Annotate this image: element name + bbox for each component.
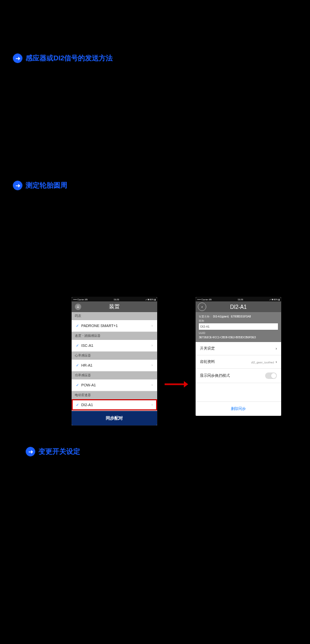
spacer <box>196 383 281 401</box>
status-left: ••••• Carrier 4G <box>73 298 88 301</box>
info-label: 装置名称： <box>199 315 212 318</box>
navbar-title: 装置 <box>109 303 120 311</box>
back-icon[interactable]: ‹ <box>198 302 206 311</box>
info-label: UUID <box>199 331 278 336</box>
device-cell[interactable]: ✓PADRONE SMART+1› <box>72 320 157 332</box>
status-time: 15:26 <box>114 298 119 301</box>
chevron-right-icon: › <box>151 363 153 368</box>
row-label: 显示同步换挡模式 <box>200 373 230 378</box>
navbar-title: DI2-A1 <box>230 304 246 310</box>
device-cell[interactable]: ✓POW-A1› <box>72 379 157 391</box>
device-name: POW-A1 <box>81 383 96 387</box>
phone-device-list: ••••• Carrier 4G 15:26 ⤢ ✱ 81% ▮ ≡ 装置 码表… <box>72 297 157 425</box>
chevron-right-icon: › <box>151 402 153 407</box>
section-header: 电动变速器 <box>72 391 157 399</box>
status-right: ⤢ ✱ 81% ▮ <box>145 298 156 301</box>
status-right: ⤢ ✱ 81% ▮ <box>269 298 280 301</box>
arrow-right-icon: ➜ <box>13 53 22 63</box>
arrow-right-icon <box>165 381 188 388</box>
row-label: 开关设定 <box>200 346 215 351</box>
gear-data-row[interactable]: 齿轮资料di2_gear_toothed› <box>196 355 281 369</box>
chevron-right-icon: › <box>151 343 153 348</box>
pair-button[interactable]: 同步配对 <box>72 411 157 425</box>
sync-shift-row[interactable]: 显示同步换挡模式 <box>196 369 281 383</box>
navbar: ‹ DI2-A1 <box>196 301 281 312</box>
info-serial: E700BDD1F3A8 <box>231 315 251 318</box>
chevron-right-icon: › <box>276 347 277 351</box>
status-time: 15:26 <box>238 298 243 301</box>
toggle-switch[interactable] <box>265 373 277 379</box>
device-info-block: 装置名称： DI2-A1(giant) E700BDD1F3A8 昵称 DI2-… <box>196 312 281 342</box>
row-subvalue: di2_gear_toothed <box>251 361 274 364</box>
device-name: PADRONE SMART+1 <box>81 324 118 328</box>
phone-di2-detail: ••••• Carrier 4G 15:26 ⤢ ✱ 81% ▮ ‹ DI2-A… <box>196 297 281 416</box>
device-name: DI2-A1 <box>81 403 93 407</box>
device-name: ISC-A1 <box>81 344 94 347</box>
chevron-right-icon: › <box>151 383 153 387</box>
nickname-input[interactable]: DI2-A1 <box>199 323 278 330</box>
arrow-right-icon: ➜ <box>26 447 35 456</box>
doc-link-1[interactable]: ➜ 感应器或DI2信号的发送方法 <box>13 53 297 63</box>
status-bar: ••••• Carrier 4G 15:26 ⤢ ✱ 81% ▮ <box>72 297 157 301</box>
info-label: 昵称 <box>199 319 278 323</box>
doc-link-3[interactable]: ➜ 变更开关设定 <box>26 447 297 456</box>
section-header: 速度・踏频感应器 <box>72 332 157 340</box>
info-value: DI2-A1(giant) <box>213 315 229 318</box>
delete-pairing-button[interactable]: 删除同步 <box>196 401 281 416</box>
section-header: 功率感应器 <box>72 371 157 379</box>
menu-icon[interactable]: ≡ <box>75 304 81 310</box>
chevron-right-icon: › <box>276 360 277 364</box>
status-left: ••••• Carrier 4G <box>197 298 212 301</box>
link-text-3: 变更开关设定 <box>38 447 80 456</box>
doc-link-2[interactable]: ➜ 测定轮胎圆周 <box>13 181 297 190</box>
device-cell[interactable]: ✓ISC-A1› <box>72 340 157 352</box>
device-cell-di2[interactable]: ✓DI2-A1› <box>72 399 157 411</box>
link-text-2: 测定轮胎圆周 <box>26 181 67 190</box>
chevron-right-icon: › <box>151 323 153 328</box>
device-cell[interactable]: ✓HR-A1› <box>72 360 157 371</box>
screenshot-row: ••••• Carrier 4G 15:26 ⤢ ✱ 81% ▮ ≡ 装置 码表… <box>72 297 297 425</box>
switch-setting-row[interactable]: 开关设定› <box>196 342 281 355</box>
section-header: 心率感应器 <box>72 352 157 360</box>
link-text-1: 感应器或DI2信号的发送方法 <box>26 53 113 63</box>
section-header: 码表 <box>72 312 157 320</box>
svg-marker-1 <box>184 381 188 387</box>
device-name: HR-A1 <box>81 363 92 367</box>
navbar: ≡ 装置 <box>72 301 157 312</box>
arrow-right-icon: ➜ <box>13 181 22 190</box>
uuid-value: 3E7262CE-9CC1-CBD8-03E2-B053DCB6FDE3 <box>199 336 278 340</box>
status-bar: ••••• Carrier 4G 15:26 ⤢ ✱ 81% ▮ <box>196 297 281 301</box>
row-label: 齿轮资料 <box>200 359 215 364</box>
